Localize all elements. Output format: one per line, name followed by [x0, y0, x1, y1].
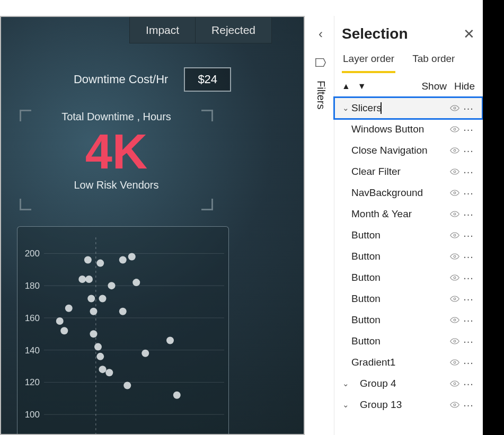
visibility-eye-icon[interactable]: [449, 210, 462, 218]
layer-item-button[interactable]: Button···: [334, 331, 482, 352]
more-options-icon[interactable]: ···: [462, 335, 475, 348]
svg-point-49: [454, 319, 456, 321]
visibility-eye-icon[interactable]: [449, 189, 462, 197]
more-options-icon[interactable]: ···: [462, 145, 475, 157]
close-icon[interactable]: ✕: [463, 26, 475, 42]
more-options-icon[interactable]: ···: [462, 208, 475, 220]
kpi-title: Total Downtime , Hours: [20, 111, 213, 123]
svg-point-53: [454, 404, 456, 406]
svg-point-41: [454, 149, 456, 152]
visibility-eye-icon[interactable]: [449, 295, 462, 303]
tab-tab-order[interactable]: Tab order: [411, 49, 456, 73]
layer-item-label: Group 13: [360, 399, 449, 411]
downtime-cost-label: Downtime Cost/Hr: [74, 73, 168, 86]
visibility-eye-icon[interactable]: [449, 380, 462, 387]
svg-point-38: [173, 392, 181, 399]
svg-point-36: [142, 350, 149, 357]
svg-point-48: [454, 298, 456, 300]
layer-item-group-13[interactable]: ⌄Group 13···: [334, 394, 482, 415]
visibility-eye-icon[interactable]: [449, 401, 462, 409]
tab-rejected[interactable]: Rejected: [196, 17, 272, 43]
chevron-down-icon[interactable]: ⌄: [340, 400, 351, 410]
svg-point-44: [454, 213, 456, 215]
svg-point-46: [454, 255, 456, 258]
expand-filters-button[interactable]: ‹: [307, 26, 334, 41]
visibility-eye-icon[interactable]: [449, 274, 462, 281]
more-options-icon[interactable]: ···: [462, 166, 475, 178]
layer-item-label: Gradient1: [351, 357, 449, 368]
layer-item-label: Button: [351, 272, 449, 283]
layer-item-gradient1[interactable]: Gradient1···: [334, 352, 482, 373]
bookmark-icon[interactable]: [307, 57, 334, 70]
more-options-icon[interactable]: ···: [462, 378, 475, 390]
corner-decor: [20, 199, 31, 210]
chevron-down-icon[interactable]: ⌄: [340, 379, 351, 388]
svg-point-40: [454, 128, 456, 130]
layer-item-label: Button: [351, 335, 449, 347]
svg-text:160: 160: [25, 313, 40, 323]
tab-layer-order[interactable]: Layer order: [342, 49, 395, 73]
layer-item-windows-button[interactable]: Windows Button···: [334, 119, 482, 140]
hide-button[interactable]: Hide: [454, 81, 475, 92]
layer-item-button[interactable]: Button···: [334, 225, 482, 246]
tab-impact[interactable]: Impact: [129, 17, 196, 43]
kpi-value: 4K: [20, 127, 213, 176]
visibility-eye-icon[interactable]: [449, 104, 462, 112]
more-options-icon[interactable]: ···: [462, 272, 475, 284]
chevron-down-icon[interactable]: ⌄: [340, 103, 351, 113]
layer-item-button[interactable]: Button···: [334, 267, 482, 288]
layer-item-button[interactable]: Button···: [334, 309, 482, 331]
layer-item-group-4[interactable]: ⌄Group 4···: [334, 373, 482, 394]
more-options-icon[interactable]: ···: [462, 251, 475, 263]
layer-item-label: Slicers: [351, 102, 449, 114]
layer-item-clear-filter[interactable]: Clear Filter···: [334, 161, 482, 182]
svg-point-26: [99, 295, 107, 302]
svg-text:100: 100: [25, 410, 40, 420]
svg-point-33: [128, 253, 136, 260]
more-options-icon[interactable]: ···: [462, 293, 475, 305]
visibility-eye-icon[interactable]: [449, 359, 462, 366]
svg-point-18: [85, 276, 93, 283]
more-options-icon[interactable]: ···: [462, 102, 475, 114]
visibility-eye-icon[interactable]: [449, 168, 462, 175]
layer-item-close-navigation[interactable]: Close Navigation···: [334, 140, 482, 161]
scatter-chart[interactable]: 100120140160180200: [17, 226, 229, 435]
show-button[interactable]: Show: [421, 81, 447, 92]
move-down-button[interactable]: ▼: [358, 82, 366, 91]
visibility-eye-icon[interactable]: [449, 232, 462, 239]
selection-pane: Selection ✕ Layer order Tab order ▲ ▼ Sh…: [334, 16, 482, 435]
overflow-strip: [483, 0, 504, 435]
move-up-button[interactable]: ▲: [342, 82, 350, 91]
layer-item-button[interactable]: Button···: [334, 288, 482, 309]
layer-item-slicers[interactable]: ⌄Slicers···: [334, 97, 482, 119]
svg-point-24: [96, 353, 104, 360]
layer-item-button[interactable]: Button···: [334, 246, 482, 267]
more-options-icon[interactable]: ···: [462, 123, 475, 136]
svg-point-16: [78, 276, 86, 283]
selection-pane-title: Selection: [342, 25, 408, 42]
visibility-eye-icon[interactable]: [449, 253, 462, 260]
layer-item-label: Button: [351, 314, 449, 326]
svg-point-52: [454, 383, 456, 385]
visibility-eye-icon[interactable]: [449, 126, 462, 133]
svg-point-39: [454, 107, 456, 109]
layer-item-label: Month & Year: [351, 208, 449, 220]
svg-point-30: [119, 256, 127, 264]
visibility-eye-icon[interactable]: [449, 338, 462, 345]
layer-item-navbackground[interactable]: NavBackground···: [334, 182, 482, 203]
more-options-icon[interactable]: ···: [462, 357, 475, 369]
more-options-icon[interactable]: ···: [462, 187, 475, 199]
more-options-icon[interactable]: ···: [462, 399, 475, 411]
more-options-icon[interactable]: ···: [462, 229, 475, 242]
scatter-y-axis-title: owntime (Hours): [0, 359, 1, 429]
svg-point-13: [56, 317, 64, 325]
visibility-eye-icon[interactable]: [449, 316, 462, 324]
downtime-cost-value[interactable]: $24: [184, 67, 231, 92]
visibility-eye-icon[interactable]: [449, 147, 462, 154]
selection-controls: ▲ ▼ Show Hide: [334, 73, 482, 97]
layer-item-label: Button: [351, 251, 449, 262]
more-options-icon[interactable]: ···: [462, 314, 475, 326]
layer-item-month-year[interactable]: Month & Year···: [334, 203, 482, 225]
svg-point-28: [105, 369, 113, 376]
filters-label[interactable]: Filters: [315, 81, 327, 109]
